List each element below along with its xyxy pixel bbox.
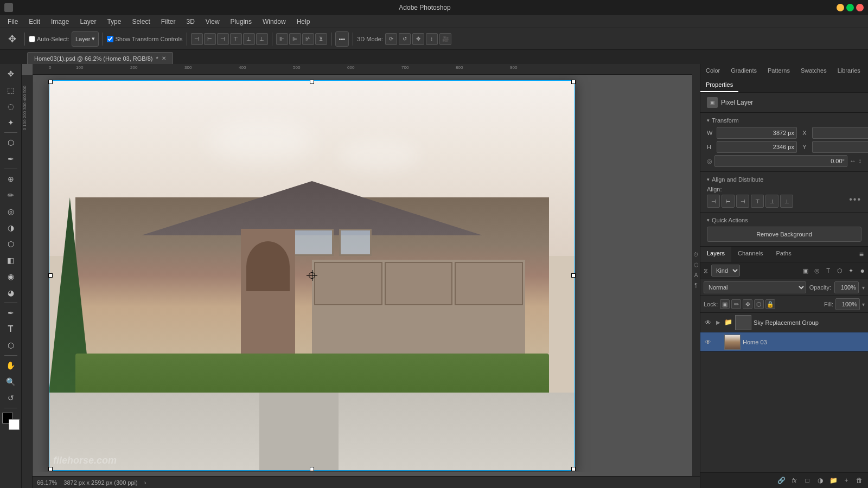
menu-layer[interactable]: Layer [74, 17, 101, 27]
layer-vis-home03[interactable]: 👁 [704, 338, 712, 346]
dist-center-btn[interactable]: ⊫ [289, 33, 301, 45]
tool-eyedropper[interactable]: ✒ [3, 151, 18, 166]
align-middle-v-btn[interactable]: ⊥ [243, 33, 255, 45]
tool-crop[interactable]: ⬡ [3, 135, 18, 150]
filter-text-icon[interactable]: T [824, 266, 833, 275]
opacity-chevron[interactable]: ▾ [862, 285, 865, 291]
menu-window[interactable]: Window [257, 17, 291, 27]
menu-select[interactable]: Select [126, 17, 155, 27]
3d-btn-1[interactable]: ⟳ [385, 33, 397, 45]
tool-move[interactable]: ✥ [3, 66, 18, 81]
lock-all-btn[interactable]: 🔒 [765, 299, 775, 309]
tool-text[interactable]: T [3, 322, 18, 337]
auto-select-checkbox-label[interactable]: Auto-Select: [29, 36, 69, 42]
filter-pixel-icon[interactable]: ▣ [801, 266, 810, 275]
layer-dropdown[interactable]: Layer ▾ [72, 31, 99, 47]
tab-swatches[interactable]: Swatches [795, 64, 832, 78]
menu-image[interactable]: Image [46, 17, 74, 27]
filter-dropdown[interactable]: Kind [711, 265, 740, 277]
tool-shape[interactable]: ⬡ [3, 338, 18, 353]
y-input[interactable] [812, 141, 868, 153]
canvas-area[interactable]: 0 100 200 300 400 500 600 700 800 900 0 … [22, 64, 700, 488]
mask-btn[interactable]: □ [802, 475, 813, 486]
tool-rotate[interactable]: ↺ [3, 390, 18, 406]
align-left-btn[interactable]: ⊣ [191, 33, 203, 45]
menu-type[interactable]: Type [101, 17, 126, 27]
background-color[interactable] [9, 419, 20, 430]
layers-tab-layers[interactable]: Layers [700, 247, 731, 262]
lock-position-btn[interactable]: ✥ [743, 299, 752, 309]
canvas-icon-para[interactable]: ¶ [694, 282, 697, 288]
canvas-icon-text[interactable]: A [694, 272, 698, 278]
tool-healing[interactable]: ⊕ [3, 171, 18, 187]
show-transform-checkbox[interactable] [107, 36, 113, 42]
lock-artboard-btn[interactable]: ⬡ [754, 299, 764, 309]
layers-tab-channels[interactable]: Channels [731, 247, 769, 262]
align-right-edges-btn[interactable]: ⊣ [736, 195, 749, 208]
flip-h-icon[interactable]: ↔ [850, 157, 856, 165]
menu-file[interactable]: File [2, 17, 23, 27]
link-layers-btn[interactable]: 🔗 [776, 475, 787, 486]
qa-collapse-arrow[interactable]: ▾ [707, 217, 710, 223]
tab-color[interactable]: Color [700, 64, 725, 78]
tool-pen[interactable]: ✒ [3, 305, 18, 320]
color-swatches[interactable] [2, 413, 20, 430]
handle-bottom-right[interactable] [571, 467, 576, 471]
close-button[interactable] [856, 4, 864, 11]
auto-select-checkbox[interactable] [29, 36, 35, 42]
align-center-h-btn2[interactable]: ⊢ [722, 195, 735, 208]
tab-properties[interactable]: Properties [700, 78, 738, 92]
3d-btn-3[interactable]: ✥ [412, 33, 424, 45]
tool-eraser[interactable]: ⬡ [3, 236, 18, 252]
fill-chevron[interactable]: ▾ [862, 301, 865, 307]
handle-bottom-left[interactable] [48, 467, 53, 471]
lock-transparent-btn[interactable]: ▣ [720, 299, 730, 309]
new-layer-btn[interactable]: + [841, 475, 852, 486]
tab-patterns[interactable]: Patterns [762, 64, 795, 78]
tool-magic-wand[interactable]: ✦ [3, 115, 18, 130]
h-input[interactable] [717, 141, 797, 153]
tool-lasso[interactable]: ◌ [3, 99, 18, 114]
canvas-icon-history[interactable]: ⏱ [693, 252, 699, 258]
move-tool-btn[interactable]: ✥ [3, 30, 21, 48]
handle-top-center[interactable] [310, 80, 314, 84]
3d-btn-4[interactable]: ↕ [426, 33, 438, 45]
tool-dodge[interactable]: ◕ [3, 285, 18, 300]
w-input[interactable] [717, 127, 797, 139]
align-collapse-arrow[interactable]: ▾ [707, 177, 710, 182]
menu-3d[interactable]: 3D [181, 17, 200, 27]
status-arrow[interactable]: › [144, 479, 146, 486]
menu-view[interactable]: View [200, 17, 225, 27]
group-btn[interactable]: 📁 [828, 475, 839, 486]
transform-collapse-arrow[interactable]: ▾ [707, 118, 710, 123]
menu-help[interactable]: Help [291, 17, 316, 27]
align-left-edges-btn[interactable]: ⊣ [707, 195, 720, 208]
tool-zoom[interactable]: 🔍 [3, 374, 18, 389]
layer-item-sky-group[interactable]: 👁 ▶ 📁 Sky Replacement Group [700, 313, 868, 332]
align-bottom-edges-btn[interactable]: ⊥ [780, 195, 793, 208]
flip-v-icon[interactable]: ↕ [858, 157, 861, 165]
document-tab[interactable]: Home03(1).psd @ 66.2% (Home 03, RGB/8) *… [27, 52, 173, 64]
tab-libraries[interactable]: Libraries [832, 64, 866, 78]
handle-bottom-center[interactable] [310, 467, 314, 471]
dist-right-btn[interactable]: ⊬ [302, 33, 314, 45]
canvas-document[interactable]: filehorse.com [49, 80, 575, 471]
more-options-btn[interactable]: ••• [335, 31, 349, 47]
minimize-button[interactable] [837, 4, 844, 11]
tab-gradients[interactable]: Gradients [725, 64, 762, 78]
tool-brush[interactable]: ✏ [3, 188, 18, 203]
filter-adjust-icon[interactable]: ◎ [812, 266, 822, 275]
layer-expand-sky[interactable]: ▶ [714, 319, 722, 326]
fill-input[interactable] [835, 298, 860, 310]
handle-mid-right[interactable] [571, 273, 576, 278]
handle-top-left[interactable] [48, 80, 53, 84]
align-top-btn[interactable]: ⊤ [230, 33, 242, 45]
align-center-v-btn2[interactable]: ⊥ [765, 195, 778, 208]
3d-btn-2[interactable]: ↺ [399, 33, 411, 45]
canvas-icon-adjust[interactable]: ⬡ [694, 262, 699, 268]
remove-background-button[interactable]: Remove Background [707, 227, 861, 242]
layer-vis-sky[interactable]: 👁 [704, 318, 712, 327]
align-right-btn[interactable]: ⊣ [217, 33, 229, 45]
transform-crosshair[interactable] [307, 270, 317, 281]
delete-layer-btn[interactable]: 🗑 [854, 475, 865, 486]
